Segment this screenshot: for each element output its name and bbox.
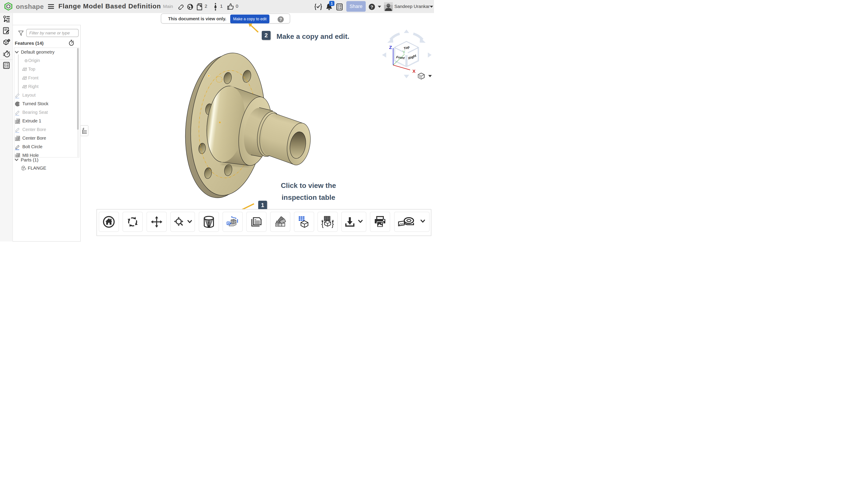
svg-text:A: A [227, 222, 229, 225]
